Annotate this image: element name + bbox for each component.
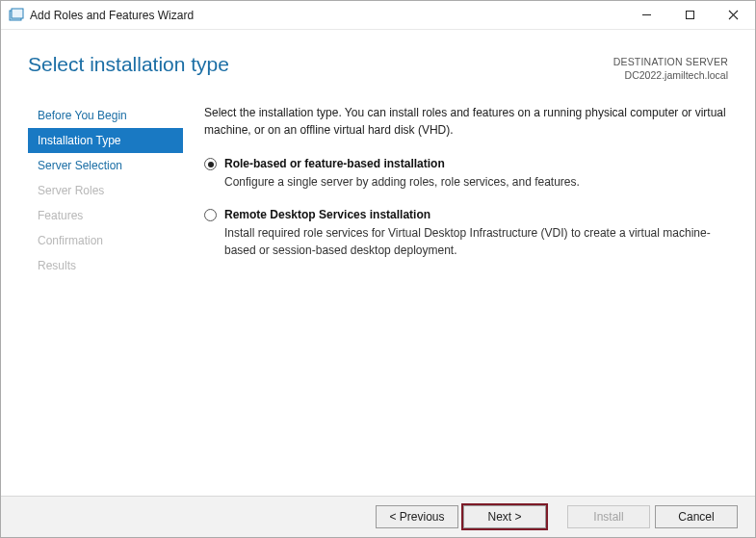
option-desc: Install required role services for Virtu… bbox=[224, 225, 730, 259]
option-title: Role-based or feature-based installation bbox=[224, 156, 580, 172]
minimize-button[interactable] bbox=[625, 1, 668, 29]
wizard-nav: Before You Begin Installation Type Serve… bbox=[28, 91, 183, 496]
radio-role-based[interactable] bbox=[204, 158, 217, 170]
maximize-button[interactable] bbox=[668, 1, 712, 29]
next-button[interactable]: Next > bbox=[463, 505, 546, 528]
nav-server-selection[interactable]: Server Selection bbox=[28, 153, 183, 178]
wizard-icon bbox=[9, 8, 24, 23]
titlebar: Add Roles and Features Wizard bbox=[1, 1, 755, 30]
svg-rect-1 bbox=[12, 9, 23, 18]
wizard-footer: < Previous Next > Install Cancel bbox=[1, 496, 755, 537]
previous-button[interactable]: < Previous bbox=[376, 505, 458, 528]
nav-before-you-begin[interactable]: Before You Begin bbox=[28, 103, 183, 128]
nav-results: Results bbox=[28, 253, 183, 278]
cancel-button[interactable]: Cancel bbox=[655, 505, 738, 528]
option-body: Remote Desktop Services installation Ins… bbox=[224, 207, 730, 259]
radio-rds[interactable] bbox=[204, 209, 217, 221]
spacer bbox=[551, 505, 562, 528]
option-title: Remote Desktop Services installation bbox=[224, 207, 730, 223]
nav-server-roles: Server Roles bbox=[28, 178, 183, 203]
nav-confirmation: Confirmation bbox=[28, 228, 183, 253]
window-controls bbox=[625, 1, 755, 29]
nav-installation-type[interactable]: Installation Type bbox=[28, 128, 183, 153]
destination-block: DESTINATION SERVER DC2022.jamiltech.loca… bbox=[613, 53, 728, 82]
intro-text: Select the installation type. You can in… bbox=[204, 105, 730, 139]
main-area: Before You Begin Installation Type Serve… bbox=[1, 91, 755, 496]
close-button[interactable] bbox=[712, 1, 755, 29]
svg-rect-3 bbox=[687, 12, 694, 19]
page-header: Select installation type DESTINATION SER… bbox=[1, 30, 755, 91]
content-panel: Select the installation type. You can in… bbox=[183, 91, 730, 496]
option-rds[interactable]: Remote Desktop Services installation Ins… bbox=[204, 207, 730, 259]
option-body: Role-based or feature-based installation… bbox=[224, 156, 580, 192]
destination-caption: DESTINATION SERVER bbox=[613, 56, 728, 69]
window-title: Add Roles and Features Wizard bbox=[30, 9, 625, 22]
nav-features: Features bbox=[28, 203, 183, 228]
option-role-based[interactable]: Role-based or feature-based installation… bbox=[204, 156, 730, 192]
option-desc: Configure a single server by adding role… bbox=[224, 174, 580, 191]
page-title: Select installation type bbox=[28, 53, 229, 76]
install-button: Install bbox=[567, 505, 650, 528]
destination-server-name: DC2022.jamiltech.local bbox=[613, 69, 728, 83]
